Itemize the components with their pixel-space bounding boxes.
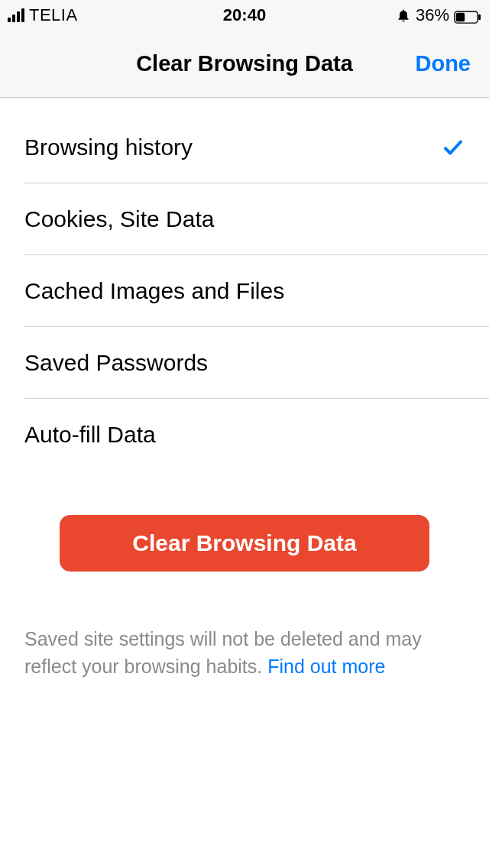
row-label: Cookies, Site Data (24, 206, 214, 232)
row-label: Cached Images and Files (24, 278, 284, 304)
content: Browsing history Cookies, Site Data Cach… (0, 98, 489, 681)
clear-browsing-data-button[interactable]: Clear Browsing Data (60, 515, 429, 572)
row-cached-images-files[interactable]: Cached Images and Files (24, 255, 489, 327)
footnote: Saved site settings will not be deleted … (0, 572, 489, 681)
checkmark-icon (442, 136, 465, 159)
status-bar: TELIA 20:40 36% (0, 0, 489, 31)
spacer (0, 98, 489, 112)
row-saved-passwords[interactable]: Saved Passwords (24, 327, 489, 399)
battery-percent: 36% (416, 5, 449, 25)
battery-icon (454, 8, 481, 22)
row-label: Saved Passwords (24, 350, 208, 376)
options-list: Browsing history Cookies, Site Data Cach… (24, 112, 489, 471)
row-label: Browsing history (24, 134, 193, 160)
status-left: TELIA (8, 5, 78, 25)
svg-rect-2 (456, 13, 465, 21)
nav-bar: Clear Browsing Data Done (0, 31, 489, 98)
clock-label: 20:40 (223, 5, 266, 25)
button-wrap: Clear Browsing Data (0, 471, 489, 572)
alarm-icon (396, 8, 411, 23)
svg-rect-1 (478, 15, 481, 21)
row-label: Auto-fill Data (24, 422, 156, 448)
carrier-label: TELIA (29, 5, 78, 25)
row-browsing-history[interactable]: Browsing history (24, 112, 489, 183)
row-cookies-site-data[interactable]: Cookies, Site Data (24, 183, 489, 255)
status-right: 36% (396, 5, 481, 25)
row-autofill-data[interactable]: Auto-fill Data (24, 399, 489, 471)
find-out-more-link[interactable]: Find out more (267, 656, 385, 677)
done-button[interactable]: Done (416, 51, 471, 76)
signal-icon (8, 8, 24, 22)
page-title: Clear Browsing Data (136, 51, 353, 76)
